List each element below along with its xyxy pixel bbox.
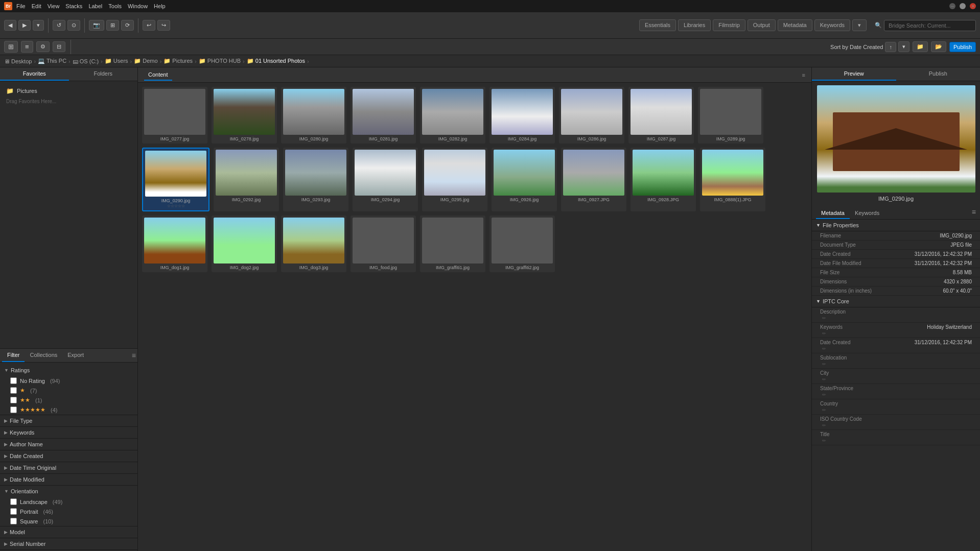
list-item[interactable]: IMG_0295.jpg (422, 148, 487, 211)
sort-order-btn[interactable]: ↑ (885, 42, 896, 52)
list-item[interactable]: IMG_0281.jpg (351, 87, 416, 143)
list-view-btn[interactable]: ≡ (21, 41, 33, 53)
list-item[interactable]: IMG_0284.jpg (489, 87, 555, 143)
filter-orientation-header[interactable]: ▼ Orientation (0, 486, 138, 497)
bc-pictures[interactable]: 📁 Pictures (164, 58, 193, 64)
list-item[interactable]: IMG_dog1.jpg (142, 215, 207, 272)
list-item[interactable]: IMG_0926.jpg (492, 148, 557, 211)
filter-datetimeoriginal-header[interactable]: ▶ Date Time Original (0, 462, 138, 473)
panel-tabs[interactable]: Favorites Folders (0, 67, 137, 81)
edit-icon4[interactable]: ✏ (822, 362, 896, 367)
filter-datecreated-header[interactable]: ▶ Date Created (0, 450, 138, 462)
bc-users[interactable]: 📁 Users (105, 58, 128, 64)
list-item[interactable]: IMG_0286.jpg (559, 87, 624, 143)
list-item[interactable]: IMG_0928.JPG (631, 148, 696, 211)
undo-button[interactable]: ↩ (143, 20, 155, 31)
menu-bar[interactable]: File Edit View Stacks Label Tools Window… (16, 3, 166, 9)
list-item[interactable]: IMG_food.jpg (351, 215, 416, 272)
metadata-tabs[interactable]: Metadata Keywords ≡ (812, 206, 980, 220)
publish-btn[interactable]: Publish (949, 42, 976, 52)
list-item[interactable]: IMG_0294.jpg (353, 148, 418, 211)
list-item[interactable]: IMG_0293.jpg (283, 148, 348, 211)
search-input[interactable] (884, 20, 976, 31)
list-item[interactable]: IMG_0290.jpg ☆☆☆☆☆ (142, 148, 209, 211)
tab-filter[interactable]: Filter (2, 349, 25, 362)
iptc-sublocation-val[interactable] (897, 355, 972, 361)
edit-icon[interactable]: ✏ (822, 316, 896, 321)
nav-buttons[interactable]: ◀ ▶ ▾ ↺ ⊙ 📷 ⊞ ⟳ ↩ ↪ (4, 18, 170, 33)
filter-2star[interactable]: ★★ (1) (0, 395, 138, 405)
folder-btn[interactable]: 📁 (913, 41, 928, 52)
detail-view-btn[interactable]: ⚙ (36, 41, 50, 52)
tab-metadata[interactable]: Metadata (816, 208, 850, 219)
edit-icon9[interactable]: ✏ (822, 438, 896, 443)
tab-filmstrip[interactable]: Filmstrip (713, 19, 745, 31)
iptc-core-header[interactable]: ▼ IPTC Core (812, 296, 980, 307)
menu-view[interactable]: View (48, 3, 60, 9)
metadata-menu-icon[interactable]: ≡ (972, 208, 976, 219)
forward-button[interactable]: ▶ (18, 20, 31, 31)
menu-window[interactable]: Window (128, 3, 148, 9)
fav-pictures[interactable]: 📁 Pictures (4, 85, 133, 97)
back-button[interactable]: ◀ (4, 20, 16, 31)
bc-unsorted[interactable]: 📁 01 Unsorted Photos (247, 58, 305, 64)
file-properties-header[interactable]: ▼ File Properties (812, 220, 980, 231)
edit-icon2[interactable]: ✏ (822, 331, 896, 336)
filter-model-header[interactable]: ▶ Model (0, 526, 138, 538)
batch-rename-btn[interactable]: ⊟ (53, 41, 65, 52)
list-item[interactable]: IMG_0277.jpg (142, 87, 207, 143)
edit-icon8[interactable]: ✏ (822, 423, 896, 428)
menu-edit[interactable]: Edit (32, 3, 41, 9)
sort-dropdown[interactable]: ▾ (898, 41, 909, 52)
filter-landscape[interactable]: Landscape (49) (0, 497, 138, 507)
menu-help[interactable]: Help (154, 3, 166, 9)
tab-preview[interactable]: Preview (812, 67, 896, 81)
workspace-tabs[interactable]: Essentials Libraries Filmstrip Output Me… (639, 19, 867, 31)
window-controls[interactable]: ─ □ ✕ (949, 3, 976, 9)
iptc-title-val[interactable] (897, 432, 972, 437)
redo-button[interactable]: ↪ (157, 20, 170, 31)
batch-button[interactable]: ⊞ (106, 20, 119, 31)
list-item[interactable]: IMG_0280.jpg (281, 87, 346, 143)
tab-metadata[interactable]: Metadata (778, 19, 812, 31)
filter-keywords-header[interactable]: ▶ Keywords (0, 427, 138, 438)
maximize-button[interactable]: □ (960, 3, 966, 9)
no-rating-checkbox[interactable] (10, 377, 17, 384)
list-item[interactable]: IMG_0289.jpg (698, 87, 763, 143)
menu-stacks[interactable]: Stacks (65, 3, 82, 9)
filter-1star[interactable]: ★ (7) (0, 386, 138, 395)
list-item[interactable]: IMG_graffiti1.jpg (420, 215, 485, 272)
iptc-city-val[interactable] (897, 370, 972, 376)
camera-button[interactable]: 📷 (89, 20, 104, 31)
menu-tools[interactable]: Tools (108, 3, 122, 9)
iptc-stateprovince-val[interactable] (897, 386, 972, 391)
edit-icon6[interactable]: ✏ (822, 392, 896, 397)
filter-datemodified-header[interactable]: ▶ Date Modified (0, 474, 138, 485)
content-menu-icon[interactable]: ≡ (802, 72, 805, 78)
bc-thispc[interactable]: 💻 This PC (38, 58, 66, 64)
refresh-button[interactable]: ↺ (53, 20, 65, 31)
tab-favorites[interactable]: Favorites (0, 67, 69, 81)
filter-menu-icon[interactable]: ≡ (132, 351, 136, 360)
tab-essentials[interactable]: Essentials (639, 19, 676, 31)
iptc-country-val[interactable] (897, 401, 972, 406)
tab-collections[interactable]: Collections (25, 349, 62, 362)
sort-control[interactable]: Sort by Date Created ↑ ▾ (830, 41, 909, 52)
tab-keywords[interactable]: Keywords (814, 19, 850, 31)
bc-photohub[interactable]: 📁 PHOTO HUB (199, 58, 241, 64)
filter-filetype-header[interactable]: ▶ File Type (0, 415, 138, 426)
filter-ratings-header[interactable]: ▼ Ratings (0, 365, 138, 376)
filter-portrait[interactable]: Portrait (46) (0, 507, 138, 516)
menu-file[interactable]: File (16, 3, 26, 9)
bc-demo[interactable]: 📁 Demo (134, 58, 157, 64)
list-item[interactable]: IMG_0287.jpg (628, 87, 694, 143)
tab-publish[interactable]: Publish (896, 67, 981, 81)
list-item[interactable]: IMG_0292.jpg (214, 148, 279, 211)
list-item[interactable]: IMG_0927.JPG (561, 148, 626, 211)
landscape-checkbox[interactable] (10, 498, 17, 505)
new-folder-btn[interactable]: 📂 (931, 41, 946, 52)
list-item[interactable]: IMG_dog3.jpg (281, 215, 346, 272)
filter-square[interactable]: Square (10) (0, 516, 138, 526)
edit-icon5[interactable]: ✏ (822, 377, 896, 382)
2star-checkbox[interactable] (10, 397, 17, 403)
